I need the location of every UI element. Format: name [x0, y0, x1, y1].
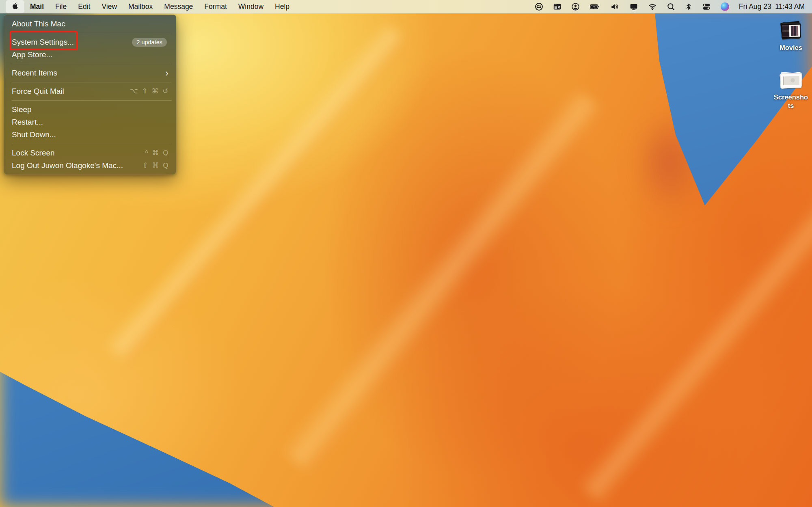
menu-separator — [12, 82, 172, 82]
apple-icon — [12, 2, 18, 12]
user-account-icon[interactable] — [566, 0, 585, 13]
desktop-icon-label: Screenshots — [773, 93, 809, 110]
menu-item-force-quit-mail[interactable]: Force Quit Mail ⌥ ⇧ ⌘ ↺ — [4, 85, 176, 97]
menu-bar-status-area: Fri Aug 23 11:43 AM — [530, 0, 812, 13]
app-window-icon[interactable] — [548, 0, 566, 13]
menu-item-recent-items[interactable]: Recent Items › — [4, 67, 176, 79]
menu-item-log-out[interactable]: Log Out Juwon Olagoke's Mac... ⇧ ⌘ Q — [4, 159, 176, 172]
screenshots-stack-icon — [779, 71, 803, 90]
menu-bar-item-file[interactable]: File — [50, 0, 72, 13]
menu-bar-item-format[interactable]: Format — [199, 0, 232, 13]
menu-item-about-this-mac[interactable]: About This Mac — [4, 17, 176, 30]
menu-bar-left: Mail File Edit View Mailbox Message Form… — [0, 0, 295, 13]
menu-item-lock-screen[interactable]: Lock Screen ^ ⌘ Q — [4, 147, 176, 159]
menu-bar-item-message[interactable]: Message — [158, 0, 199, 13]
movies-folder-icon — [779, 21, 803, 41]
bluetooth-icon[interactable] — [680, 0, 697, 13]
menu-bar-item-mailbox[interactable]: Mailbox — [123, 0, 158, 13]
menu-bar-item-help[interactable]: Help — [269, 0, 295, 13]
display-icon[interactable] — [624, 0, 643, 13]
updates-badge: 2 updates — [132, 38, 167, 47]
volume-icon[interactable] — [605, 0, 624, 13]
annotation-highlight-box — [10, 31, 78, 50]
apple-menu-dropdown: About This Mac System Settings... 2 upda… — [4, 15, 176, 175]
creative-cloud-icon[interactable] — [530, 0, 548, 13]
desktop-icon-movies[interactable]: Movies — [771, 21, 810, 52]
menu-item-restart[interactable]: Restart... — [4, 116, 176, 128]
menu-item-shut-down[interactable]: Shut Down... — [4, 128, 176, 141]
siri-icon[interactable] — [716, 0, 734, 13]
menu-separator — [12, 100, 172, 101]
menu-item-sleep[interactable]: Sleep — [4, 103, 176, 116]
menu-bar-item-view[interactable]: View — [96, 0, 123, 13]
menu-bar-clock[interactable]: Fri Aug 23 11:43 AM — [734, 2, 806, 11]
spotlight-icon[interactable] — [662, 0, 680, 13]
apple-menu-button[interactable] — [6, 0, 24, 13]
chevron-right-icon: › — [165, 69, 169, 77]
menu-bar-item-edit[interactable]: Edit — [72, 0, 96, 13]
keyboard-shortcut: ⇧ ⌘ Q — [143, 161, 169, 170]
menu-bar: Mail File Edit View Mailbox Message Form… — [0, 0, 812, 13]
menu-bar-item-window[interactable]: Window — [233, 0, 269, 13]
menu-bar-app-name[interactable]: Mail — [24, 0, 50, 13]
menu-separator — [12, 144, 172, 144]
menu-separator — [12, 64, 172, 64]
control-center-icon[interactable] — [697, 0, 716, 13]
keyboard-shortcut: ^ ⌘ Q — [145, 149, 169, 157]
desktop-icon-label: Movies — [773, 43, 809, 52]
desktop-icon-screenshots[interactable]: Screenshots — [771, 71, 810, 110]
wifi-icon[interactable] — [643, 0, 662, 13]
keyboard-shortcut: ⌥ ⇧ ⌘ ↺ — [130, 87, 169, 95]
battery-charging-icon[interactable] — [585, 0, 605, 13]
